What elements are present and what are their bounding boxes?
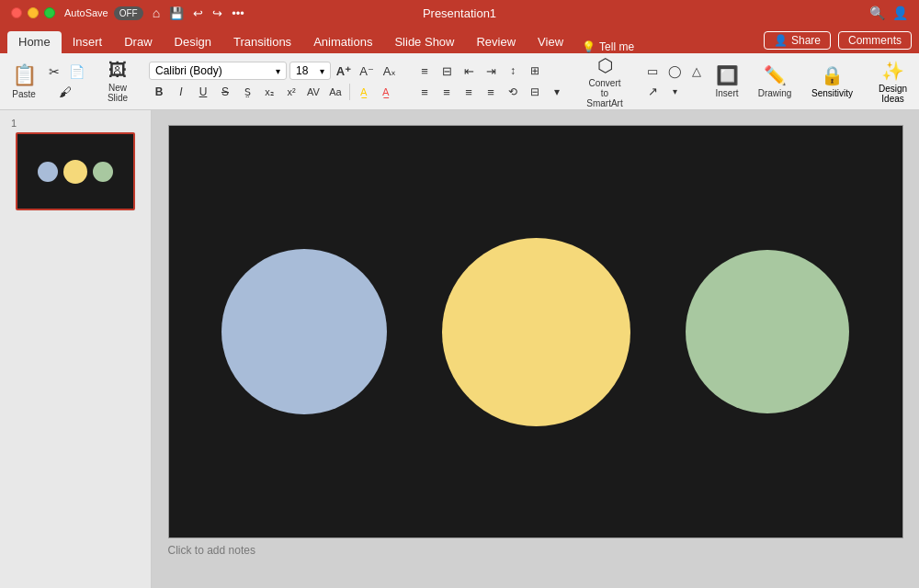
line-spacing-button[interactable]: ↕ — [503, 62, 523, 80]
thumb-circle-green — [93, 162, 113, 182]
align-left-button[interactable]: ≡ — [414, 83, 435, 101]
clear-format-button[interactable]: Aₓ — [380, 62, 400, 80]
comments-button[interactable]: Comments — [838, 31, 912, 50]
notes-placeholder: Click to add notes — [168, 544, 255, 557]
circle-green[interactable] — [686, 250, 849, 413]
share-button[interactable]: 👤 Share — [764, 31, 831, 50]
redo-icon[interactable]: ↪ — [212, 6, 222, 20]
decrease-indent-button[interactable]: ⇤ — [459, 62, 479, 80]
tab-draw[interactable]: Draw — [113, 31, 163, 53]
main-area: 1 Click to add notes — [0, 110, 919, 588]
new-slide-button[interactable]: 🖼 New Slide — [101, 56, 134, 107]
tab-design[interactable]: Design — [164, 31, 222, 53]
insert-button[interactable]: 🔲 Insert — [710, 61, 743, 102]
more-icon[interactable]: ••• — [232, 6, 244, 20]
save-icon[interactable]: 💾 — [169, 6, 184, 20]
circle-yellow[interactable] — [442, 238, 630, 426]
convert-smartart-button[interactable]: ⬡ Convert to SmartArt — [582, 51, 628, 112]
insert-icon: 🔲 — [716, 64, 739, 86]
app-title: Presentation1 — [423, 6, 496, 20]
strikethrough-button[interactable]: S — [215, 83, 235, 101]
shadow-button[interactable]: S̤ — [237, 83, 257, 101]
size-dropdown-icon: ▾ — [320, 66, 324, 76]
font-color-button[interactable]: A̲ — [376, 83, 396, 101]
home-icon[interactable]: ⌂ — [153, 6, 160, 20]
maximize-button[interactable] — [44, 7, 55, 18]
autosave-toggle[interactable]: OFF — [114, 6, 143, 20]
increase-font-button[interactable]: A⁺ — [334, 62, 354, 80]
copy-button[interactable]: 📄 — [66, 62, 86, 81]
autosave-state: OFF — [119, 8, 138, 18]
sensitivity-icon: 🔒 — [821, 64, 844, 86]
shape-1[interactable]: ▭ — [642, 62, 663, 81]
profile-icon[interactable]: 👤 — [892, 6, 908, 20]
align-right-button[interactable]: ≡ — [459, 83, 479, 101]
tab-review[interactable]: Review — [465, 31, 527, 53]
paste-button[interactable]: 📋 Paste — [7, 60, 40, 103]
tab-home[interactable]: Home — [7, 31, 62, 53]
close-button[interactable] — [11, 7, 22, 18]
slide-number: 1 — [7, 118, 17, 129]
tab-insert[interactable]: Insert — [62, 31, 114, 53]
bold-button[interactable]: B — [149, 83, 169, 101]
toolbar: 📋 Paste ✂ 📄 🖌 🖼 New Slide Calibri (Body)… — [0, 53, 919, 110]
slide-circles — [221, 238, 849, 426]
new-slide-icon: 🖼 — [108, 60, 127, 81]
shape-2[interactable]: ◯ — [664, 62, 685, 81]
design-ideas-button[interactable]: ✨ Design Ideas — [873, 56, 913, 107]
shape-4[interactable]: ↗ — [642, 83, 663, 101]
autosave-label: AutoSave — [64, 7, 108, 18]
change-case-button[interactable]: Aa — [325, 83, 346, 101]
format-painter-button[interactable]: 🖌 — [55, 83, 75, 101]
search-icon[interactable]: 🔍 — [869, 6, 885, 20]
cut-button[interactable]: ✂ — [44, 62, 64, 81]
slide-thumbnail[interactable] — [16, 132, 135, 210]
justify-button[interactable]: ≡ — [481, 83, 501, 101]
underline-button[interactable]: U — [193, 83, 213, 101]
undo-icon[interactable]: ↩ — [193, 6, 203, 20]
thumb-circle-yellow — [63, 160, 87, 184]
bullets-button[interactable]: ≡ — [414, 62, 435, 80]
paste-icon: 📋 — [12, 63, 37, 87]
slide-canvas[interactable] — [168, 125, 903, 538]
tab-view[interactable]: View — [527, 31, 574, 53]
shape-dropdown[interactable]: ▾ — [664, 83, 685, 101]
superscript-button[interactable]: x² — [281, 83, 301, 101]
sensitivity-button[interactable]: 🔒 Sensitivity — [806, 61, 858, 102]
circle-blue[interactable] — [221, 249, 387, 414]
tab-animations[interactable]: Animations — [302, 31, 383, 53]
text-direction-button[interactable]: ⟲ — [503, 83, 523, 101]
traffic-lights — [11, 7, 55, 18]
subscript-button[interactable]: x₂ — [259, 83, 279, 101]
drawing-icon: ✏️ — [764, 64, 787, 86]
minimize-button[interactable] — [28, 7, 39, 18]
font-dropdown-icon: ▾ — [276, 66, 280, 76]
increase-indent-button[interactable]: ⇥ — [481, 62, 501, 80]
slide-panel: 1 — [0, 110, 152, 588]
tab-transitions[interactable]: Transitions — [222, 31, 302, 53]
text-highlight-button[interactable]: A̲ — [354, 83, 374, 101]
share-icon: 👤 — [774, 34, 788, 47]
tab-slideshow[interactable]: Slide Show — [383, 31, 465, 53]
decrease-font-button[interactable]: A⁻ — [357, 62, 377, 80]
smartart-dropdown-icon[interactable]: ▾ — [547, 83, 567, 101]
italic-button[interactable]: I — [171, 83, 191, 101]
ribbon-tabs: Home Insert Draw Design Transitions Anim… — [0, 26, 919, 53]
thumb-circle-blue — [38, 162, 58, 182]
shape-3[interactable]: △ — [686, 62, 707, 81]
smartart-icon: ⬡ — [597, 54, 613, 76]
thumb-circles — [38, 160, 113, 184]
align-text-button[interactable]: ⊟ — [525, 83, 545, 101]
drawing-button[interactable]: ✏️ Drawing — [758, 61, 791, 102]
notes-area[interactable]: Click to add notes — [168, 544, 903, 557]
columns-button[interactable]: ⊞ — [525, 62, 545, 80]
slide-canvas-area: Click to add notes — [152, 110, 919, 588]
title-bar: AutoSave OFF ⌂ 💾 ↩ ↪ ••• Presentation1 🔍… — [0, 0, 919, 26]
spacing-button[interactable]: AV — [303, 83, 323, 101]
numbering-button[interactable]: ⊟ — [437, 62, 457, 80]
design-icon: ✨ — [881, 60, 904, 82]
align-center-button[interactable]: ≡ — [437, 83, 457, 101]
font-size-selector[interactable]: 18 ▾ — [289, 62, 331, 80]
font-name-selector[interactable]: Calibri (Body) ▾ — [149, 62, 287, 80]
